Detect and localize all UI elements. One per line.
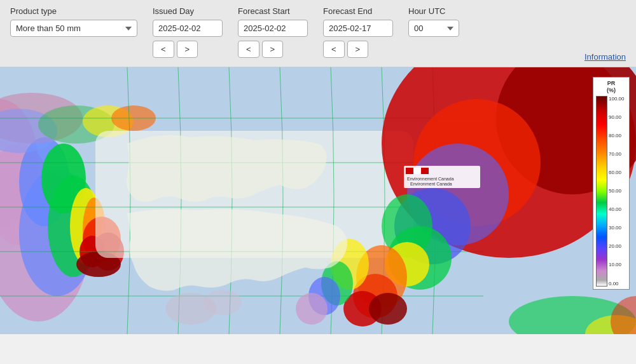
information-link[interactable]: Information (584, 52, 626, 62)
legend-panel: PR(%) 100.00 90.00 80.00 70.00 60.00 50.… (593, 77, 630, 290)
svg-rect-48 (413, 168, 421, 174)
svg-text:Environment Canada: Environment Canada (410, 182, 452, 186)
legend-gradient-bar (596, 96, 607, 286)
legend-value-40: 40.00 (609, 206, 624, 212)
forecast-end-label: Forecast End (323, 6, 393, 16)
forecast-end-prev-button[interactable]: < (323, 41, 345, 58)
forecast-start-group: Forecast Start < > (238, 6, 308, 58)
legend-values: 100.00 90.00 80.00 70.00 60.00 50.00 40.… (609, 96, 624, 286)
forecast-start-label: Forecast Start (238, 6, 308, 16)
svg-text:Environnement Canada: Environnement Canada (407, 177, 454, 181)
controls-bar: Product type More than 50 mm More than 2… (0, 0, 636, 67)
product-type-label: Product type (10, 6, 137, 16)
svg-rect-49 (421, 168, 429, 174)
forecast-end-row (323, 20, 393, 37)
legend-value-30: 30.00 (609, 225, 624, 231)
forecast-end-group: Forecast End < > (323, 6, 393, 58)
info-link-row: Information (584, 52, 626, 62)
forecast-start-input[interactable] (238, 20, 308, 37)
product-type-wrapper: More than 50 mm More than 25 mm More tha… (10, 20, 137, 37)
forecast-start-prev-button[interactable]: < (238, 41, 259, 58)
issued-day-row (153, 20, 223, 37)
issued-day-input[interactable] (153, 20, 223, 37)
product-type-select[interactable]: More than 50 mm More than 25 mm More tha… (10, 20, 137, 37)
legend-value-50: 50.00 (609, 188, 624, 194)
issued-day-next-button[interactable]: > (177, 41, 198, 58)
forecast-start-nav: < > (238, 41, 308, 58)
legend-value-80: 80.00 (609, 133, 624, 138)
forecast-start-next-button[interactable]: > (262, 41, 284, 58)
legend-title: PR(%) (596, 80, 626, 94)
legend-value-90: 90.00 (609, 114, 624, 120)
product-type-group: Product type More than 50 mm More than 2… (10, 6, 137, 37)
legend-value-0: 0.00 (609, 281, 624, 286)
svg-rect-47 (406, 168, 413, 174)
legend-value-60: 60.00 (609, 170, 624, 175)
legend-value-100: 100.00 (609, 96, 624, 102)
forecast-start-row (238, 20, 308, 37)
hour-utc-select[interactable]: 00 06 12 18 (408, 20, 459, 37)
weather-map-svg: Environnement Canada Environment Canada (0, 67, 636, 334)
issued-day-label: Issued Day (153, 6, 223, 16)
map-image-area: Environnement Canada Environment Canada … (0, 67, 636, 334)
svg-point-42 (204, 290, 242, 315)
svg-point-40 (296, 293, 328, 325)
legend-content: 100.00 90.00 80.00 70.00 60.00 50.00 40.… (596, 96, 626, 286)
issued-day-nav: < > (153, 41, 223, 58)
svg-point-36 (369, 293, 407, 325)
forecast-end-nav: < > (323, 41, 393, 58)
legend-value-20: 20.00 (609, 243, 624, 249)
forecast-end-input[interactable] (323, 20, 393, 37)
legend-value-70: 70.00 (609, 151, 624, 157)
issued-day-group: Issued Day < > (153, 6, 223, 58)
map-container: Environnement Canada Environment Canada … (0, 67, 636, 334)
forecast-end-next-button[interactable]: > (347, 41, 369, 58)
issued-day-prev-button[interactable]: < (153, 41, 174, 58)
legend-value-10: 10.00 (609, 262, 624, 267)
hour-utc-group: Hour UTC 00 06 12 18 (408, 6, 459, 37)
hour-utc-wrapper: 00 06 12 18 (408, 20, 459, 37)
hour-utc-label: Hour UTC (408, 6, 459, 16)
